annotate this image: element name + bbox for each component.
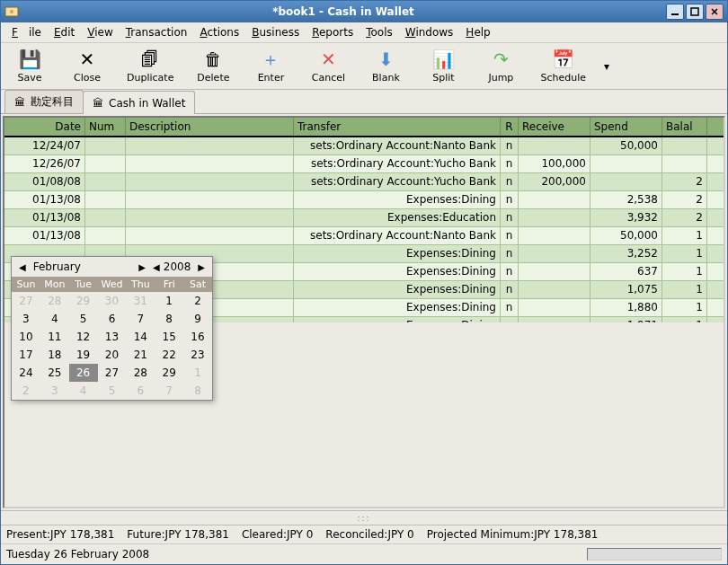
next-year-button[interactable]: ▶ — [194, 262, 209, 272]
calendar-day[interactable]: 9 — [183, 310, 212, 328]
toolbar-overflow[interactable]: ▾ — [600, 53, 613, 80]
col-balance[interactable]: Balal — [662, 118, 707, 136]
delete-button[interactable]: 🗑Delete — [188, 47, 238, 85]
calendar-day[interactable]: 14 — [126, 328, 155, 346]
weekday-label: Thu — [126, 277, 155, 292]
calendar-day[interactable]: 5 — [69, 310, 98, 328]
maximize-button[interactable] — [686, 4, 704, 20]
calendar-day[interactable]: 31 — [126, 292, 155, 310]
menu-help[interactable]: Help — [460, 24, 495, 40]
calendar-day[interactable]: 29 — [155, 364, 183, 382]
prev-year-button[interactable]: ◀ — [149, 262, 164, 272]
menu-windows[interactable]: Windows — [400, 24, 459, 40]
col-transfer[interactable]: Transfer — [294, 118, 501, 136]
weekday-label: Mon — [40, 277, 69, 292]
calendar-day[interactable]: 5 — [98, 382, 127, 400]
weekday-label: Sun — [12, 277, 40, 292]
calendar-day[interactable]: 17 — [12, 346, 40, 364]
schedule-button[interactable]: 📅Schedule — [533, 47, 593, 85]
calendar-day[interactable]: 3 — [12, 310, 40, 328]
calendar-day[interactable]: 26 — [69, 364, 98, 382]
account-icon: 🏛 — [93, 97, 105, 110]
calendar-day[interactable]: 19 — [69, 346, 98, 364]
table-row[interactable]: 01/13/08sets:Ordinary Account:Nanto Bank… — [4, 227, 724, 245]
calendar-day[interactable]: 2 — [12, 382, 40, 400]
table-row[interactable]: 01/13/08Expenses:Diningn2,5382 — [4, 191, 724, 209]
window-title: *book1 - Cash in Wallet — [22, 5, 664, 18]
calendar-day[interactable]: 7 — [155, 382, 183, 400]
calendar-day[interactable]: 21 — [126, 346, 155, 364]
menu-business[interactable]: Business — [246, 24, 305, 40]
menu-file[interactable]: File — [6, 24, 47, 40]
save-icon: 💾 — [19, 49, 40, 70]
tab-cash-in-wallet[interactable]: 🏛Cash in Wallet — [83, 91, 195, 114]
calendar-day[interactable]: 3 — [40, 382, 69, 400]
calendar-day[interactable]: 15 — [155, 328, 183, 346]
calendar-day[interactable]: 6 — [98, 310, 127, 328]
calendar-day[interactable]: 18 — [40, 346, 69, 364]
resize-grip-icon: ::: — [357, 514, 370, 523]
calendar-day[interactable]: 4 — [40, 310, 69, 328]
table-row[interactable]: 01/08/08sets:Ordinary Account:Yucho Bank… — [4, 173, 724, 191]
split-button[interactable]: 📊Split — [418, 47, 468, 85]
weekday-label: Sat — [183, 277, 212, 292]
calendar-day[interactable]: 16 — [183, 328, 212, 346]
close-button[interactable] — [706, 4, 724, 20]
close-tab-button[interactable]: ✕Close — [62, 47, 112, 85]
horizontal-scrollbar[interactable]: ::: — [1, 510, 727, 525]
calendar-day[interactable]: 24 — [12, 364, 40, 382]
table-row[interactable]: 01/13/08Expenses:Educationn3,9322 — [4, 209, 724, 227]
calendar-day[interactable]: 23 — [183, 346, 212, 364]
calendar-day[interactable]: 13 — [98, 328, 127, 346]
col-description[interactable]: Description — [126, 118, 294, 136]
tab-accounts[interactable]: 🏛勘定科目 — [4, 90, 84, 113]
enter-button[interactable]: ＋Enter — [245, 47, 296, 85]
calendar-day[interactable]: 8 — [155, 310, 183, 328]
calendar-day[interactable]: 29 — [69, 292, 98, 310]
menu-tools[interactable]: Tools — [360, 24, 398, 40]
duplicate-button[interactable]: 🗐Duplicate — [120, 47, 181, 85]
cancel-button[interactable]: ✕Cancel — [303, 47, 353, 85]
date-picker-popup: ◀ February ▶ ◀ 2008 ▶ SunMonTueWedThuFri… — [11, 256, 213, 401]
duplicate-icon: 🗐 — [139, 49, 161, 70]
menu-edit[interactable]: Edit — [49, 24, 80, 40]
calendar-day[interactable]: 7 — [126, 310, 155, 328]
calendar-day[interactable]: 1 — [183, 364, 212, 382]
table-row[interactable]: 12/26/07sets:Ordinary Account:Yucho Bank… — [4, 155, 724, 173]
table-row[interactable]: 12/24/07sets:Ordinary Account:Nanto Bank… — [4, 137, 724, 155]
col-spend[interactable]: Spend — [590, 118, 662, 136]
col-date[interactable]: Date — [4, 118, 85, 136]
calendar-day[interactable]: 8 — [183, 382, 212, 400]
col-receive[interactable]: Receive — [519, 118, 590, 136]
menu-reports[interactable]: Reports — [306, 24, 359, 40]
col-num[interactable]: Num — [85, 118, 126, 136]
status-cleared: Cleared:JPY 0 — [242, 528, 313, 541]
calendar-day[interactable]: 6 — [126, 382, 155, 400]
jump-button[interactable]: ↷Jump — [475, 47, 526, 85]
calendar-day[interactable]: 2 — [183, 292, 212, 310]
calendar-day[interactable]: 1 — [155, 292, 183, 310]
menu-actions[interactable]: Actions — [194, 24, 244, 40]
calendar-day[interactable]: 22 — [155, 346, 183, 364]
calendar-day[interactable]: 28 — [40, 292, 69, 310]
calendar-day[interactable]: 12 — [69, 328, 98, 346]
col-reconciled[interactable]: R — [501, 118, 519, 136]
save-button[interactable]: 💾Save — [4, 47, 55, 85]
calendar-day[interactable]: 25 — [40, 364, 69, 382]
prev-month-button[interactable]: ◀ — [15, 262, 30, 272]
calendar-day[interactable]: 27 — [98, 364, 127, 382]
calendar-day[interactable]: 11 — [40, 328, 69, 346]
calendar-day[interactable]: 28 — [126, 364, 155, 382]
calendar-day[interactable]: 30 — [98, 292, 127, 310]
cancel-icon: ✕ — [317, 49, 339, 70]
menu-view[interactable]: View — [82, 24, 118, 40]
next-month-button[interactable]: ▶ — [135, 262, 149, 272]
calendar-day[interactable]: 27 — [12, 292, 40, 310]
svg-point-1 — [10, 10, 13, 13]
calendar-day[interactable]: 10 — [12, 328, 40, 346]
minimize-button[interactable] — [666, 4, 684, 20]
calendar-day[interactable]: 4 — [69, 382, 98, 400]
menu-transaction[interactable]: Transaction — [120, 24, 193, 40]
blank-button[interactable]: ⬇Blank — [360, 47, 411, 85]
calendar-day[interactable]: 20 — [98, 346, 127, 364]
